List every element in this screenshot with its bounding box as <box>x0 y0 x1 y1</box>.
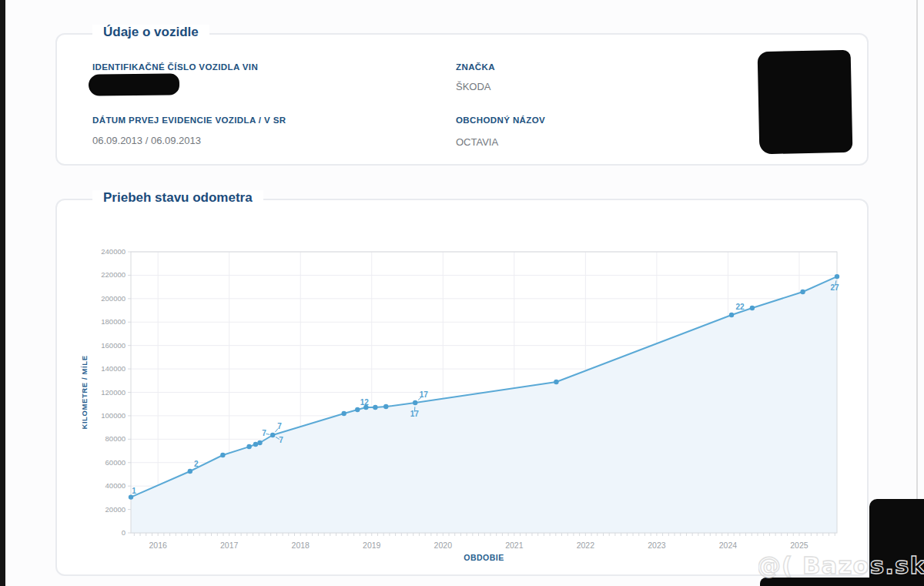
point-label: 27 <box>830 283 839 292</box>
data-point <box>554 380 558 384</box>
x-tick-label: 2017 <box>220 541 239 550</box>
data-point <box>413 400 417 405</box>
label-leader <box>266 434 270 434</box>
point-label: 17 <box>420 390 429 399</box>
data-point <box>270 433 275 437</box>
point-label: 7 <box>279 436 283 444</box>
point-label: 12 <box>360 398 370 407</box>
x-tick-label: 2016 <box>149 541 167 550</box>
brand-value: ŠKODA <box>456 81 491 92</box>
x-tick-label: 2023 <box>648 541 666 550</box>
odometer-chart: 0200004000060000800001000001200001400001… <box>69 239 847 570</box>
vehicle-panel-title: Údaje o vozidle <box>92 25 209 40</box>
first-registration-value: 06.09.2013 / 06.09.2013 <box>92 135 201 146</box>
data-point <box>355 407 360 412</box>
y-tick-label: 240000 <box>101 247 126 256</box>
data-point <box>750 306 755 310</box>
data-point <box>129 494 133 499</box>
x-tick-label: 2022 <box>577 541 595 550</box>
vehicle-photo-redaction <box>758 50 853 155</box>
data-point <box>253 442 258 447</box>
y-tick-label: 40000 <box>105 481 126 490</box>
y-tick-label: 220000 <box>101 270 126 279</box>
x-tick-label: 2024 <box>719 541 738 550</box>
y-tick-label: 80000 <box>105 434 126 443</box>
point-label: 7 <box>277 422 282 430</box>
y-tick-label: 140000 <box>101 364 126 373</box>
data-point <box>729 313 734 317</box>
y-tick-label: 200000 <box>101 294 126 303</box>
x-tick-label: 2021 <box>505 541 524 550</box>
x-tick-label: 2019 <box>363 541 381 550</box>
point-label: 2 <box>194 460 199 468</box>
y-axis-title: KILOMETRE / MÍLE <box>80 355 89 429</box>
vehicle-data-panel: Údaje o vozidle IDENTIFIKAČNÉ ČÍSLO VOZI… <box>55 33 869 166</box>
trade-name-value: OCTAVIA <box>456 136 498 148</box>
y-tick-label: 100000 <box>101 411 126 420</box>
data-point <box>800 290 805 294</box>
point-label: 1 <box>132 487 136 495</box>
vin-redaction <box>89 73 179 95</box>
data-point <box>341 411 346 416</box>
y-tick-label: 180000 <box>101 317 126 326</box>
watermark-text: @( Bazos.sk <box>758 551 924 579</box>
brand-label: ZNAČKA <box>456 62 495 72</box>
data-point <box>257 440 262 445</box>
data-point <box>383 404 388 409</box>
data-point <box>220 453 225 457</box>
window-edge-line <box>916 0 918 586</box>
x-tick-label: 2018 <box>292 541 310 550</box>
y-tick-label: 60000 <box>105 458 126 467</box>
y-tick-label: 20000 <box>105 505 126 514</box>
data-point <box>835 274 839 279</box>
point-label: 22 <box>735 303 745 311</box>
trade-name-label: OBCHODNÝ NÁZOV <box>456 116 545 125</box>
data-point <box>188 469 192 474</box>
y-tick-label: 160000 <box>101 341 126 350</box>
y-tick-label: 0 <box>122 528 126 537</box>
vin-label: IDENTIFIKAČNÉ ČÍSLO VOZIDLA VIN <box>92 62 258 72</box>
watermark: @( Bazos.sk <box>758 539 924 586</box>
y-tick-label: 120000 <box>101 388 126 397</box>
point-label: 7 <box>262 429 266 437</box>
first-registration-label: DÁTUM PRVEJ EVIDENCIE VOZIDLA / V SR <box>92 116 286 125</box>
point-label: 17 <box>410 410 420 418</box>
data-point <box>246 444 251 449</box>
x-tick-label: 2020 <box>434 541 453 550</box>
data-point <box>373 405 377 410</box>
x-axis-title: OBDOBIE <box>464 553 504 562</box>
odometer-panel-title: Priebeh stavu odometra <box>92 190 263 206</box>
left-edge-redaction <box>0 0 5 586</box>
